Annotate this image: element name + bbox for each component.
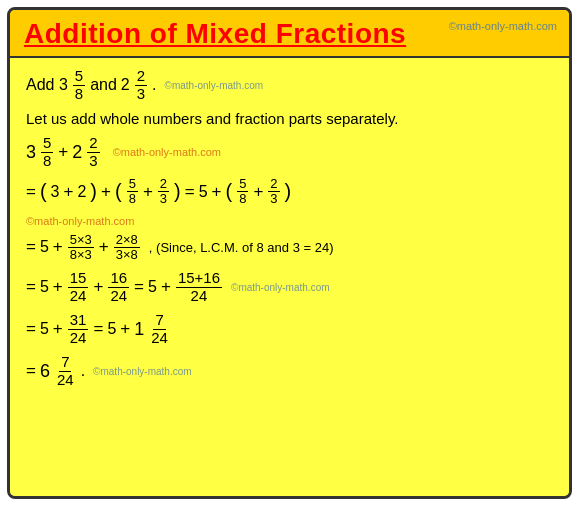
eq-2: = [185, 182, 195, 202]
plus-7: + [53, 237, 63, 257]
frac-2x8-3x8: 2×8 3×8 [114, 233, 140, 263]
watermark-4: ©math-only-math.com [231, 282, 330, 293]
watermark-3: ©math-only-math.com [26, 215, 553, 227]
plus-13: + [120, 319, 130, 339]
step-2: = ( 3 + 2 ) + ( 5 8 + 2 3 ) = 5 + ( 5 8 [26, 177, 553, 207]
eq-final: = [26, 361, 36, 381]
frac-5-8-c: 5 8 [127, 177, 138, 207]
main-container: Addition of Mixed Fractions ©math-only-m… [7, 7, 572, 499]
explanation-text: Let us add whole numbers and fraction pa… [26, 110, 398, 127]
lcm-note: , (Since, L.C.M. of 8 and 3 = 24) [149, 240, 334, 255]
eq-3: = [26, 237, 36, 257]
watermark-2: ©math-only-math.com [113, 146, 221, 158]
period-1: . [152, 76, 156, 94]
num5-c: 5 [40, 278, 49, 296]
whole-1: 1 [134, 319, 144, 340]
plus-3: + [101, 182, 111, 202]
final-period: . [81, 362, 85, 380]
frac-2-3: 2 3 [135, 68, 147, 102]
and-label: and [90, 76, 117, 94]
step-3: ©math-only-math.com = 5 + 5×3 8×3 + 2×8 … [26, 215, 553, 263]
plus-6: + [253, 182, 263, 202]
paren-4: ) [174, 180, 181, 203]
num3: 3 [51, 183, 60, 201]
plus-1: + [58, 142, 68, 162]
frac-7-24-final: 7 24 [55, 354, 76, 388]
num2: 2 [77, 183, 86, 201]
frac-5x3-8x3: 5×3 8×3 [68, 233, 94, 263]
watermark-1: ©math-only-math.com [165, 80, 264, 91]
paren-5: ( [226, 180, 233, 203]
eq-1: = [26, 182, 36, 202]
frac-2-3-d: 2 3 [268, 177, 279, 207]
frac-2-3-c: 2 3 [158, 177, 169, 207]
num5-d: 5 [148, 278, 157, 296]
title-bar: Addition of Mixed Fractions ©math-only-m… [10, 10, 569, 58]
whole-3: 3 [26, 142, 36, 163]
eq-7: = [93, 319, 103, 339]
paren-2: ) [90, 180, 97, 203]
page-title: Addition of Mixed Fractions [24, 18, 406, 49]
watermark-title: ©math-only-math.com [449, 20, 557, 32]
frac-5-8-b: 5 8 [41, 135, 53, 169]
plus-4: + [143, 182, 153, 202]
frac-15-24: 15 24 [68, 270, 89, 304]
frac-2-3-b: 2 3 [87, 135, 99, 169]
add-label: Add 3 [26, 76, 68, 94]
plus-5: + [212, 182, 222, 202]
step-final: = 6 7 24 . ©math-only-math.com [26, 354, 553, 388]
plus-10: + [93, 277, 103, 297]
plus-8: + [99, 237, 109, 257]
plus-11: + [161, 277, 171, 297]
step-4: = 5 + 15 24 + 16 24 = 5 + 15+16 24 ©math… [26, 270, 553, 304]
explanation-line: Let us add whole numbers and fraction pa… [26, 110, 553, 127]
num5: 5 [199, 183, 208, 201]
frac-15plus16-24: 15+16 24 [176, 270, 222, 304]
whole-2: 2 [72, 142, 82, 163]
frac-5-8-d: 5 8 [237, 177, 248, 207]
eq-5: = [134, 277, 144, 297]
content-area: Add 3 5 8 and 2 2 3 . ©math-only-math.co… [10, 58, 569, 496]
paren-1: ( [40, 180, 47, 203]
step-initial: 3 5 8 + 2 2 3 ©math-only-math.com [26, 135, 553, 169]
watermark-5: ©math-only-math.com [93, 366, 192, 377]
plus-12: + [53, 319, 63, 339]
frac-31-24: 31 24 [68, 312, 89, 346]
eq-4: = [26, 277, 36, 297]
frac-16-24: 16 24 [108, 270, 129, 304]
frac-5-8: 5 8 [73, 68, 85, 102]
eq-6: = [26, 319, 36, 339]
num5-b: 5 [40, 238, 49, 256]
plus-2: + [64, 182, 74, 202]
paren-6: ) [285, 180, 292, 203]
paren-3: ( [115, 180, 122, 203]
problem-statement: Add 3 5 8 and 2 2 3 . ©math-only-math.co… [26, 68, 553, 102]
step-5: = 5 + 31 24 = 5 + 1 7 24 [26, 312, 553, 346]
whole-6: 6 [40, 361, 50, 382]
num5-f: 5 [107, 320, 116, 338]
plus-9: + [53, 277, 63, 297]
num5-e: 5 [40, 320, 49, 338]
frac-7-24: 7 24 [149, 312, 170, 346]
